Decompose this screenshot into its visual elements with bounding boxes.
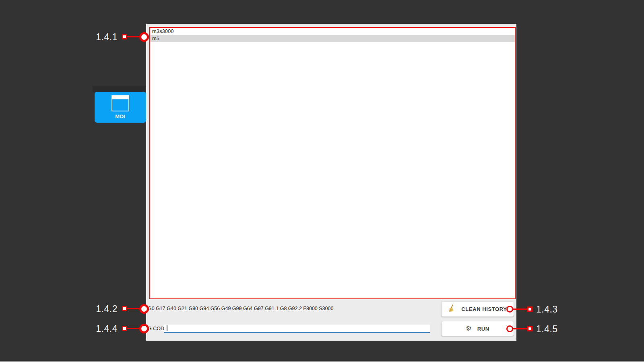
callout-label-1-4-1: 1.4.1 bbox=[88, 32, 118, 42]
callout-label-1-4-5: 1.4.5 bbox=[536, 324, 572, 334]
callout-label-1-4-4: 1.4.4 bbox=[88, 323, 118, 334]
callout-square-marker bbox=[122, 326, 127, 331]
active-gcodes-status: G0 G17 G40 G21 G90 G94 G56 G49 G99 G64 G… bbox=[148, 305, 333, 312]
history-item[interactable]: m3s3000 bbox=[150, 28, 515, 35]
gcode-input[interactable] bbox=[164, 325, 430, 332]
callout-square-marker bbox=[527, 326, 533, 331]
run-button[interactable]: ⚙ RUN bbox=[442, 321, 514, 336]
callout-circle-endpoint bbox=[139, 304, 149, 314]
tab-rail bbox=[93, 86, 146, 92]
text-caret bbox=[167, 325, 167, 331]
callout-circle-endpoint bbox=[506, 306, 513, 313]
clean-history-label: CLEAN HISTORY bbox=[461, 306, 507, 312]
callout-square-marker bbox=[527, 306, 533, 312]
callout-line bbox=[513, 328, 527, 329]
mdi-panel: m3s3000 m5 G0 G17 G40 G21 G90 G94 G56 G4… bbox=[146, 24, 516, 341]
callout-line bbox=[127, 36, 140, 37]
gear-icon: ⚙ bbox=[466, 325, 471, 332]
screen: MDI m3s3000 m5 G0 G17 G40 G21 G90 G94 G5… bbox=[0, 0, 644, 362]
callout-square-marker bbox=[122, 306, 127, 311]
callout-label-1-4-2: 1.4.2 bbox=[88, 304, 118, 314]
mdi-history-list: m3s3000 m5 bbox=[149, 27, 516, 299]
tab-mdi[interactable]: MDI bbox=[95, 92, 146, 123]
callout-circle-endpoint bbox=[139, 324, 149, 333]
callout-circle-endpoint bbox=[506, 325, 513, 332]
gcode-input-wrap bbox=[164, 325, 430, 333]
callout-line bbox=[127, 308, 140, 309]
callout-line bbox=[513, 309, 527, 310]
callout-label-1-4-3: 1.4.3 bbox=[536, 304, 572, 315]
window-icon bbox=[111, 95, 129, 111]
clean-history-button[interactable]: CLEAN HISTORY bbox=[442, 302, 514, 317]
broom-icon bbox=[448, 304, 456, 314]
callout-square-marker bbox=[122, 34, 127, 39]
callout-line bbox=[127, 328, 140, 329]
mdi-tab-label: MDI bbox=[115, 113, 125, 119]
callout-circle-endpoint bbox=[139, 32, 149, 42]
run-label: RUN bbox=[477, 326, 489, 332]
history-item-selected[interactable]: m5 bbox=[150, 35, 515, 42]
